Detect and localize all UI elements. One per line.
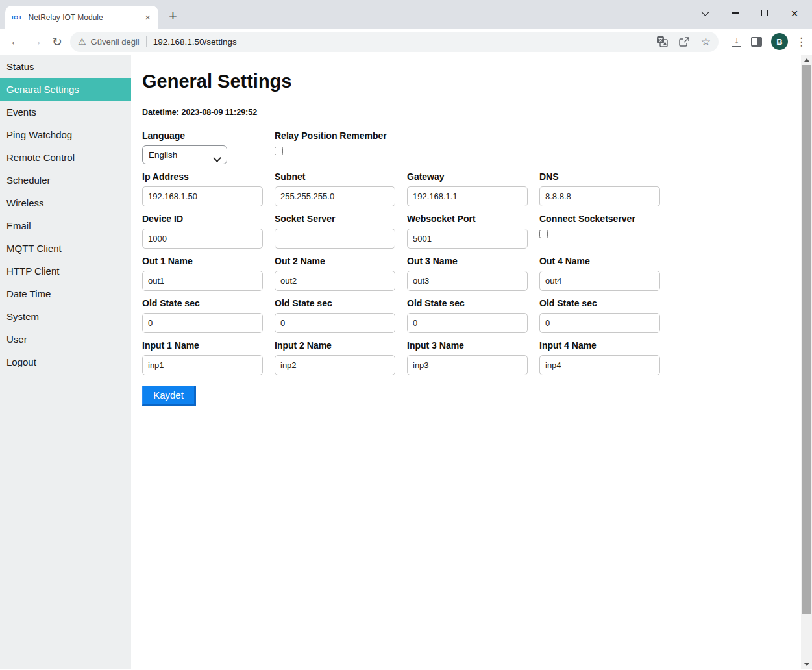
out2-name-input[interactable] xyxy=(275,271,395,291)
gateway-input[interactable] xyxy=(407,186,528,206)
input2-name-input[interactable] xyxy=(275,355,395,375)
input3-name-label: Input 3 Name xyxy=(407,340,539,351)
relay-remember-checkbox[interactable] xyxy=(275,147,283,155)
sidebar-item-date-time[interactable]: Date Time xyxy=(0,282,131,305)
browser-tab[interactable]: IOT NetRelay IOT Module × xyxy=(5,6,158,29)
side-panel-button[interactable] xyxy=(751,37,762,47)
input4-name-field: Input 4 Name xyxy=(539,340,672,375)
bookmark-star-icon[interactable]: ☆ xyxy=(701,35,711,49)
input4-name-input[interactable] xyxy=(539,355,660,375)
new-tab-button[interactable]: + xyxy=(169,9,177,23)
dns-input[interactable] xyxy=(539,186,660,206)
old-state2-label: Old State sec xyxy=(275,298,407,308)
url-text[interactable]: 192.168.1.50/settings xyxy=(153,37,237,47)
main-content: General Settings Datetime: 2023-08-09 11… xyxy=(131,55,812,669)
input1-name-input[interactable] xyxy=(142,355,263,375)
device-id-field: Device ID xyxy=(142,214,275,249)
out1-name-input[interactable] xyxy=(142,271,263,291)
save-button[interactable]: Kaydet xyxy=(142,386,196,406)
app-body: Status Genaral Settings Events Ping Watc… xyxy=(0,55,812,669)
language-select-wrap: English xyxy=(142,149,227,160)
sidebar-item-events[interactable]: Events xyxy=(0,101,131,123)
tab-close-icon[interactable]: × xyxy=(142,12,153,23)
sidebar-item-http-client[interactable]: HTTP Client xyxy=(0,260,131,282)
device-id-input[interactable] xyxy=(142,229,263,249)
minimize-button[interactable] xyxy=(720,0,750,26)
old-state2-field: Old State sec xyxy=(275,298,407,333)
sidebar-item-mqtt-client[interactable]: MQTT Client xyxy=(0,237,131,260)
side-panel-icon xyxy=(751,37,762,47)
websocket-port-field: Websocket Port xyxy=(407,214,539,249)
sidebar-item-remote-control[interactable]: Remote Control xyxy=(0,146,131,169)
subnet-input[interactable] xyxy=(275,186,395,206)
sidebar-item-ping-watchdog[interactable]: Ping Watchdog xyxy=(0,123,131,146)
address-bar[interactable]: ⚠ Güvenli değil 192.168.1.50/settings ☆ xyxy=(70,32,719,52)
input2-name-field: Input 2 Name xyxy=(275,340,407,375)
sidebar-item-general-settings[interactable]: Genaral Settings xyxy=(0,78,131,101)
old-state1-label: Old State sec xyxy=(142,298,275,308)
sidebar-item-wireless[interactable]: Wireless xyxy=(0,192,131,214)
sidebar-nav: Status Genaral Settings Events Ping Watc… xyxy=(0,55,131,669)
old-state1-input[interactable] xyxy=(142,313,263,333)
browser-menu-kebab-icon[interactable]: ⋮ xyxy=(796,35,807,49)
profile-avatar[interactable]: B xyxy=(771,33,788,50)
page-scrollbar[interactable] xyxy=(801,55,812,669)
maximize-button[interactable] xyxy=(750,0,780,26)
connect-socketserver-checkbox[interactable] xyxy=(539,230,548,238)
old-state3-field: Old State sec xyxy=(407,298,539,333)
general-settings-form: Language English Relay Position Remember… xyxy=(142,130,793,406)
downloads-button[interactable]: ↓ xyxy=(732,36,742,47)
tab-search-chevron-icon[interactable] xyxy=(689,0,719,26)
close-window-button[interactable]: × xyxy=(780,0,809,26)
out3-name-field: Out 3 Name xyxy=(407,256,539,291)
scroll-up-icon[interactable] xyxy=(801,55,812,65)
old-state3-label: Old State sec xyxy=(407,298,539,308)
old-state3-input[interactable] xyxy=(407,313,528,333)
page-title: General Settings xyxy=(142,71,793,92)
forward-button[interactable]: → xyxy=(26,34,47,49)
device-id-label: Device ID xyxy=(142,214,275,224)
sidebar-item-user[interactable]: User xyxy=(0,328,131,351)
socket-server-input[interactable] xyxy=(275,229,395,249)
sidebar-item-status[interactable]: Status xyxy=(0,55,131,78)
old-state4-field: Old State sec xyxy=(539,298,672,333)
old-state1-field: Old State sec xyxy=(142,298,275,333)
sidebar-item-scheduler[interactable]: Scheduler xyxy=(0,169,131,192)
input3-name-input[interactable] xyxy=(407,355,528,375)
not-secure-warning-icon[interactable]: ⚠ xyxy=(78,36,86,47)
old-state4-input[interactable] xyxy=(539,313,660,333)
connect-socketserver-label: Connect Socketserver xyxy=(539,214,672,224)
sidebar-item-system[interactable]: System xyxy=(0,305,131,328)
input2-name-label: Input 2 Name xyxy=(275,340,407,351)
input3-name-field: Input 3 Name xyxy=(407,340,539,375)
site-favicon-iot-icon: IOT xyxy=(10,14,24,21)
out4-name-input[interactable] xyxy=(539,271,660,291)
browser-toolbar: ← → ↻ ⚠ Güvenli değil 192.168.1.50/setti… xyxy=(0,29,812,55)
relay-remember-field: Relay Position Remember xyxy=(275,130,407,164)
sidebar-item-logout[interactable]: Logout xyxy=(0,351,131,373)
input4-name-label: Input 4 Name xyxy=(539,340,672,351)
share-icon[interactable] xyxy=(678,36,691,47)
scroll-down-icon[interactable] xyxy=(801,660,812,669)
language-label: Language xyxy=(142,130,275,141)
security-status-label[interactable]: Güvenli değil xyxy=(91,37,140,47)
out3-name-input[interactable] xyxy=(407,271,528,291)
omnibox-divider xyxy=(146,36,147,47)
sidebar-item-email[interactable]: Email xyxy=(0,214,131,237)
language-select[interactable]: English xyxy=(142,145,227,164)
gateway-field: Gateway xyxy=(407,171,539,206)
dns-label: DNS xyxy=(539,171,672,182)
connect-socketserver-field: Connect Socketserver xyxy=(539,214,672,249)
old-state2-input[interactable] xyxy=(275,313,395,333)
out4-name-label: Out 4 Name xyxy=(539,256,672,266)
translate-icon[interactable] xyxy=(656,36,668,47)
scrollbar-thumb[interactable] xyxy=(802,65,811,614)
out1-name-field: Out 1 Name xyxy=(142,256,275,291)
reload-button[interactable]: ↻ xyxy=(47,34,68,49)
back-button[interactable]: ← xyxy=(5,34,26,49)
websocket-port-input[interactable] xyxy=(407,229,528,249)
socket-server-field: Socket Server xyxy=(275,214,407,249)
ip-address-input[interactable] xyxy=(142,186,263,206)
out3-name-label: Out 3 Name xyxy=(407,256,539,266)
tab-title: NetRelay IOT Module xyxy=(29,13,143,22)
